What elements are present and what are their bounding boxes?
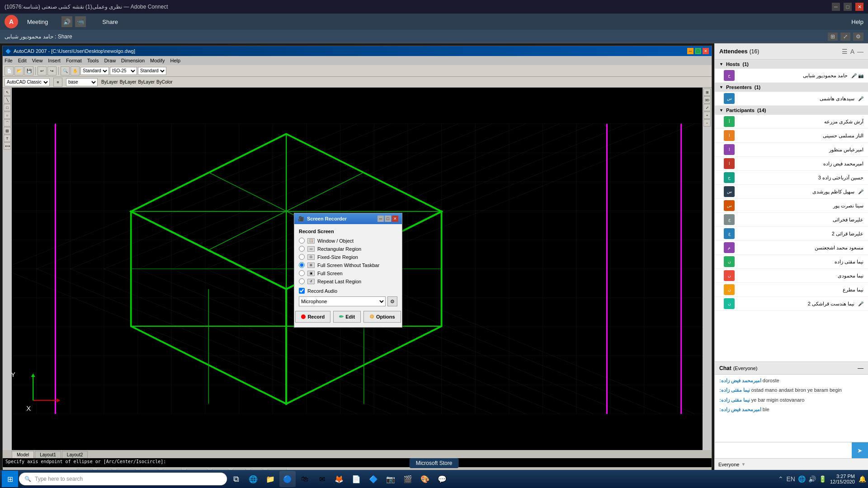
view-btn[interactable]: ⊞ [703,89,711,96]
edit-button[interactable]: ✏ Edit [333,311,361,323]
hosts-section[interactable]: ▼ Hosts (1) [715,60,868,69]
task-view-btn[interactable]: ⧉ [228,471,244,487]
standard-combo-2[interactable]: Standard [138,67,166,75]
participants-section[interactable]: ▼ Participants (14) [715,106,868,115]
tb-acrobat[interactable]: 📄 [348,471,364,487]
radio-fixed-size[interactable] [299,254,305,260]
tb-media[interactable]: 🎬 [400,471,416,487]
tb-mail[interactable]: ✉ [314,471,330,487]
minimize-button[interactable]: ─ [832,3,840,11]
tool-circle[interactable]: ○ [4,112,11,119]
radio-repeat-last[interactable] [299,278,305,284]
option-full-no-taskbar[interactable]: ⊞ Full Screen Without Taskbar [299,262,397,268]
workspace-combo[interactable]: AutoCAD Classic [5,78,50,86]
cad-maximize[interactable]: □ [695,48,701,54]
tool-dim[interactable]: ⟺ [4,142,11,150]
option-full-screen[interactable]: ▣ Full Screen [299,270,397,276]
cad-view[interactable]: View [32,58,43,63]
cad-zoom[interactable]: 🔍 [61,66,70,75]
tool-hatch[interactable]: ▨ [4,127,11,134]
tool-text[interactable]: T [4,135,11,142]
radio-full-no-taskbar[interactable] [299,262,305,268]
record-button[interactable]: Record [295,311,330,323]
presenters-section[interactable]: ▼ Presenters (1) [715,83,868,92]
tb-explorer[interactable]: 📁 [262,471,278,487]
tab-model[interactable]: Model [12,451,34,458]
settings-btn[interactable]: ⚙ [853,33,863,41]
close-button[interactable]: ✕ [855,3,863,11]
cad-undo[interactable]: ↩ [38,66,47,75]
screen-view-btn[interactable]: ⊞ [828,33,838,41]
cad-pan[interactable]: ✋ [71,66,80,75]
video-button[interactable]: 📹 [75,16,86,27]
tb-edge[interactable]: 🌐 [245,471,261,487]
tool-select[interactable]: ↖ [4,89,11,96]
standard-combo[interactable]: Standard [80,67,109,75]
option-window-object[interactable]: 🪟 Window / Object [299,238,397,244]
cad-file[interactable]: File [5,58,13,63]
attendees-settings-btn[interactable]: A [850,48,854,55]
attendees-collapse-btn[interactable]: — [857,48,863,55]
battery-icon[interactable]: 🔋 [819,475,826,483]
zoom-extent[interactable]: ⤢ [703,104,711,111]
tb-whatsapp[interactable]: 💬 [434,471,450,487]
cad-help[interactable]: Help [170,58,180,63]
options-button[interactable]: ⚙ Options [363,311,401,323]
tb-paint[interactable]: 🎨 [417,471,433,487]
radio-window-object[interactable] [299,238,305,244]
option-repeat-last[interactable]: ↺ Repeat Last Region [299,278,397,284]
cad-edit[interactable]: Edit [18,58,27,63]
lang-icon[interactable]: EN [786,475,795,483]
recorder-close[interactable]: ✕ [392,216,398,222]
cad-close[interactable]: ✕ [703,48,709,54]
tb-chrome[interactable]: 🔵 [279,471,296,487]
tab-layout1[interactable]: Layout1 [35,451,61,458]
notification-bell[interactable]: 🔔 [859,475,866,483]
maximize-button[interactable]: □ [844,3,852,11]
cad-redo[interactable]: ↪ [47,66,57,75]
recorder-title-bar[interactable]: 🎥 Screen Recorder ─ □ ✕ [294,213,402,224]
tool-rect[interactable]: □ [4,104,11,111]
cad-tools[interactable]: Tools [87,58,99,63]
hidden-icons[interactable]: ⌃ [778,475,783,483]
start-button[interactable]: ⊞ [2,471,18,487]
zoom-minus[interactable]: − [703,119,711,127]
help-menu[interactable]: Help [851,19,863,25]
cad-insert[interactable]: Insert [48,58,61,63]
cad-minimize[interactable]: ─ [687,48,693,54]
3d-btn[interactable]: 3D [703,96,711,103]
recorder-maximize[interactable]: □ [385,216,391,222]
radio-full-screen[interactable] [299,270,305,276]
fit-btn[interactable]: ⤢ [840,33,850,41]
microphone-select[interactable]: Microphone [299,296,386,306]
volume-icon[interactable]: 🔊 [808,475,816,483]
radio-rectangular[interactable] [299,246,305,252]
iso-combo[interactable]: ISO-25 [110,67,137,75]
layer-btn[interactable]: ≡ [53,78,62,87]
chat-send-btn[interactable]: ➤ [852,442,868,458]
share-menu[interactable]: Share [102,19,118,25]
layer-combo[interactable]: base [66,78,98,86]
zoom-plus[interactable]: + [703,112,711,119]
audio-button[interactable]: 🔊 [61,16,72,27]
record-audio-checkbox[interactable] [299,288,305,294]
mic-settings-btn[interactable]: ⚙ [387,296,397,306]
cad-format[interactable]: Format [66,58,82,63]
tb-firefox[interactable]: 🦊 [331,471,347,487]
cad-new[interactable]: 📄 [5,66,14,75]
tool-line[interactable]: ╲ [4,96,11,103]
attendees-view-btn[interactable]: ☰ [842,48,848,55]
chat-close-btn[interactable]: — [858,365,863,371]
option-fixed-size[interactable]: ⊡ Fixed-Size Region [299,254,397,260]
tb-autocad[interactable]: 🔷 [365,471,382,487]
network-icon[interactable]: 🌐 [798,475,806,483]
cad-save[interactable]: 💾 [24,66,33,75]
tb-store[interactable]: 🛍 [297,471,313,487]
cad-open[interactable]: 📂 [14,66,24,75]
search-bar[interactable]: 🔍 Type here to search [19,473,227,485]
clock[interactable]: 3:27 PM 12/15/2020 [830,474,855,484]
tb-camera[interactable]: 📷 [382,471,399,487]
cad-dimension[interactable]: Dimension [121,58,145,63]
cad-modify[interactable]: Modify [150,58,165,63]
option-rectangular[interactable]: ▭ Rectangular Region [299,246,397,252]
